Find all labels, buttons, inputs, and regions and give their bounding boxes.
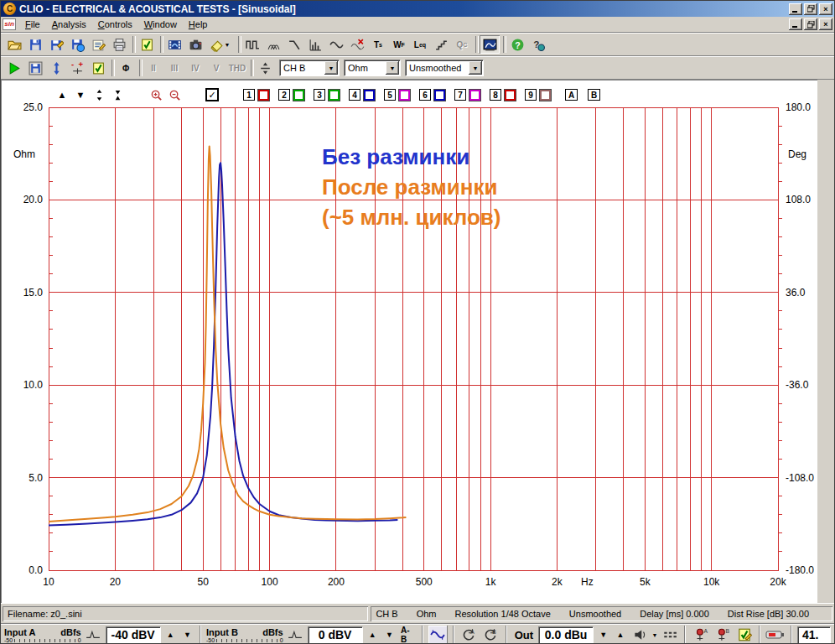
ab-link-button[interactable]: A-B — [401, 626, 415, 644]
slope-icon — [288, 38, 302, 52]
menu-window[interactable]: Window — [138, 18, 183, 31]
dashes-icon[interactable] — [660, 626, 679, 644]
notes-icon — [91, 38, 106, 52]
sine-off-button[interactable] — [347, 35, 367, 54]
qc-button: QC — [452, 35, 472, 54]
divide-button[interactable] — [255, 59, 275, 77]
svg-text:B: B — [725, 628, 729, 634]
menu-analysis[interactable]: Analysis — [46, 18, 92, 31]
mic-b-icon[interactable]: B — [713, 626, 732, 644]
y-left-tick-label: 5.0 — [29, 472, 43, 484]
toolbar-separator — [473, 35, 479, 54]
harmonic-5-button: V — [206, 59, 226, 77]
decay-button[interactable] — [284, 35, 304, 54]
restore-button[interactable] — [804, 3, 817, 15]
chart-annotation-0: Без разминки — [322, 144, 469, 170]
filename-status: Filename: z0_.sini — [3, 606, 368, 621]
y-right-tick-label: 108.0 — [786, 194, 811, 205]
smoothing-select[interactable]: Unsmoothed ▼ — [405, 60, 484, 76]
floppy-ball-icon — [70, 38, 85, 52]
chevron-down-icon[interactable]: ▼ — [386, 61, 399, 75]
wf-button[interactable]: WF — [389, 35, 409, 54]
harmonic-2-button: II — [143, 59, 163, 77]
eraser-icon — [210, 38, 224, 52]
minimize-button[interactable] — [789, 3, 802, 15]
save-button[interactable] — [25, 35, 45, 54]
camera-icon — [189, 38, 203, 52]
chevron-down-icon[interactable]: ▼ — [225, 42, 232, 48]
notes-check-icon[interactable] — [734, 626, 754, 644]
chart-annotation-1: После разминки — [322, 174, 497, 200]
svg-text:B: B — [492, 629, 496, 635]
mdi-minimize-button[interactable] — [789, 18, 802, 30]
speaker-dropdown-icon[interactable]: ▼ — [651, 632, 657, 638]
x-tick-label: 100 — [262, 576, 278, 588]
toolbar-separator — [109, 59, 115, 77]
status-item: Delay [ms] 0.000 — [640, 609, 709, 619]
about-button[interactable]: ? — [528, 35, 548, 54]
chevron-down-icon[interactable]: ▼ — [469, 61, 482, 75]
close-button[interactable]: × — [819, 3, 832, 15]
open-button[interactable] — [4, 35, 24, 54]
svg-text:+: + — [78, 61, 83, 69]
out-label: Out — [515, 629, 533, 641]
print-button[interactable] — [109, 35, 129, 54]
x-tick-label: 10 — [43, 576, 54, 588]
y-right-tick-label: -180.0 — [786, 564, 814, 576]
input-a-down-button[interactable]: ▼ — [180, 631, 194, 639]
autosave-button[interactable] — [25, 59, 45, 77]
input-b-down-button[interactable]: ▼ — [382, 631, 397, 639]
speaker-icon[interactable] — [630, 626, 649, 644]
input-b-sensitivity[interactable]: 0 dBV — [308, 626, 363, 644]
go-button[interactable] — [4, 59, 24, 77]
snapshot-button[interactable] — [185, 35, 205, 54]
sinusoidal-button[interactable] — [326, 35, 346, 54]
film-button[interactable] — [164, 35, 184, 54]
sine-icon — [329, 38, 344, 52]
x-tick-label: 2k — [552, 576, 563, 588]
leq-button[interactable]: Leq — [410, 35, 430, 54]
svg-text:-: - — [71, 61, 74, 69]
erase-button[interactable]: ▼ — [206, 35, 235, 54]
menu-controls[interactable]: Controls — [92, 18, 138, 31]
help-button[interactable]: ? — [507, 35, 527, 54]
measurement-status: CH BOhmResolution 1/48 OctaveUnsmoothedD… — [371, 606, 832, 621]
menu-file[interactable]: File — [19, 18, 46, 31]
about-icon: ? — [532, 38, 546, 52]
output-level[interactable]: 0.0 dBu — [538, 626, 594, 644]
mdi-close-button[interactable]: × — [819, 18, 832, 30]
loop-a-icon[interactable]: A — [459, 626, 479, 644]
mic-a-icon[interactable]: A — [691, 626, 710, 644]
input-a-sensitivity[interactable]: -40 dBV — [106, 626, 161, 644]
menu-help[interactable]: Help — [183, 18, 214, 31]
loop-b-icon[interactable]: B — [481, 626, 500, 644]
svg-text:A: A — [703, 628, 708, 634]
out-up-button[interactable]: ▲ — [613, 631, 627, 639]
input-a-up-button[interactable]: ▲ — [163, 631, 178, 639]
autoscale-button[interactable] — [46, 59, 66, 77]
waterfall-button[interactable] — [263, 35, 283, 54]
app-logo-icon: C — [3, 3, 16, 15]
mdi-restore-button[interactable] — [804, 18, 817, 30]
export-notes-button[interactable] — [88, 35, 108, 54]
steps-button[interactable] — [431, 35, 451, 54]
phase-button[interactable]: Φ — [116, 59, 136, 77]
offset-button[interactable]: -+ — [67, 59, 87, 77]
save-data-button[interactable] — [67, 35, 87, 54]
mls-button[interactable] — [242, 35, 262, 54]
ts-parameters-button[interactable]: Ts — [368, 35, 388, 54]
out-down-button[interactable]: ▼ — [596, 631, 610, 639]
unit-select[interactable]: Ohm ▼ — [344, 60, 401, 76]
bars-icon — [309, 38, 323, 52]
harmonic-4-button: IV — [185, 59, 205, 77]
channel-select[interactable]: CH B ▼ — [279, 60, 340, 76]
ln-analysis-button[interactable] — [305, 35, 325, 54]
generator-sine-icon[interactable] — [428, 626, 448, 644]
input-b-up-button[interactable]: ▲ — [366, 631, 380, 639]
save-as-button[interactable] — [46, 35, 66, 54]
settings-button[interactable] — [88, 59, 108, 77]
document-icon[interactable]: sin — [3, 18, 16, 30]
chevron-down-icon[interactable]: ▼ — [324, 61, 338, 75]
graph-window-button[interactable] — [480, 35, 500, 54]
options-button[interactable] — [137, 35, 157, 54]
